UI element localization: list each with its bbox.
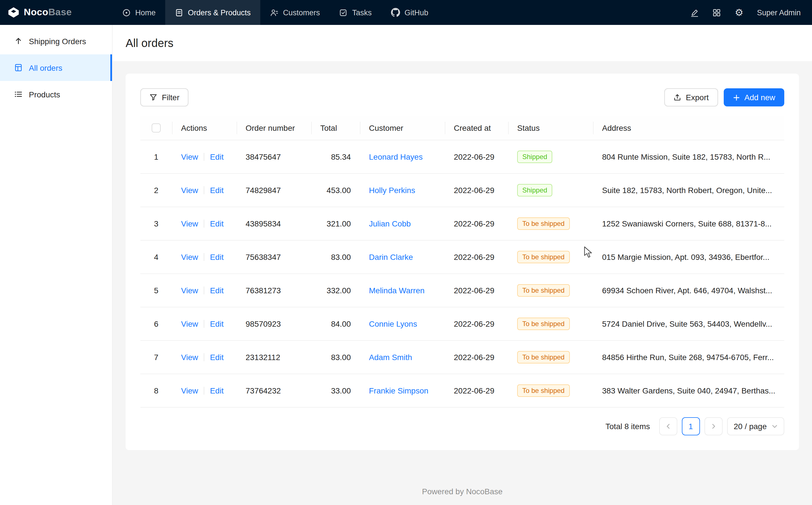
table-row: 4 View Edit 75638347 83.00 Darin Clarke …: [140, 240, 784, 274]
customer-link[interactable]: Melinda Warren: [369, 286, 425, 295]
all-orders-icon: [14, 63, 23, 72]
row-index: 4: [154, 253, 159, 262]
status-badge: To be shipped: [517, 285, 569, 297]
edit-link[interactable]: Edit: [210, 320, 224, 329]
customer-link[interactable]: Connie Lyons: [369, 320, 417, 329]
sidebar-item-products[interactable]: Products: [0, 81, 112, 108]
created-at-cell: 2022-06-29: [445, 174, 508, 207]
orders-table: Actions Order number Total Customer Crea…: [140, 116, 784, 408]
customers-icon: [270, 8, 278, 17]
view-link[interactable]: View: [181, 253, 198, 262]
sidebar-item-all-orders[interactable]: All orders: [0, 54, 112, 81]
brand[interactable]: NocoBase: [0, 0, 112, 25]
pagination-total: Total 8 items: [605, 422, 650, 431]
view-link[interactable]: View: [181, 219, 198, 228]
customer-link[interactable]: Adam Smith: [369, 353, 412, 362]
view-link[interactable]: View: [181, 153, 198, 162]
order-number-cell: 23132112: [237, 341, 311, 374]
customer-link[interactable]: Leonard Hayes: [369, 153, 423, 162]
view-link[interactable]: View: [181, 320, 198, 329]
brand-text-light: Base: [48, 7, 72, 18]
pagination-prev-button[interactable]: [659, 417, 677, 436]
total-cell: 453.00: [311, 174, 360, 207]
user-menu[interactable]: Super Admin: [757, 8, 801, 17]
chevron-right-icon: [711, 424, 716, 430]
nav-item-github[interactable]: GitHub: [381, 0, 438, 25]
nav-item-orders-products[interactable]: Orders & Products: [165, 0, 260, 25]
toolbar: Filter Export: [140, 88, 784, 107]
export-button[interactable]: Export: [664, 88, 718, 107]
customer-link[interactable]: Julian Cobb: [369, 219, 411, 228]
view-link[interactable]: View: [181, 353, 198, 362]
edit-link[interactable]: Edit: [210, 386, 224, 395]
action-divider: [204, 187, 204, 194]
customer-link[interactable]: Frankie Simpson: [369, 386, 428, 395]
ui-editor-icon[interactable]: [691, 8, 699, 17]
pagination-next-button[interactable]: [704, 417, 722, 436]
app-root: NocoBase Home Orders & Products Cust: [0, 0, 812, 505]
customer-link[interactable]: Darin Clarke: [369, 253, 413, 262]
column-header-customer: Customer: [360, 116, 445, 140]
total-cell: 321.00: [311, 207, 360, 240]
column-header-order-number: Order number: [237, 116, 311, 140]
created-at-cell: 2022-06-29: [445, 341, 508, 374]
view-link[interactable]: View: [181, 186, 198, 195]
total-cell: 332.00: [311, 274, 360, 307]
customer-link[interactable]: Holly Perkins: [369, 186, 415, 195]
home-icon: [122, 8, 131, 17]
row-index: 5: [154, 286, 159, 295]
edit-link[interactable]: Edit: [210, 253, 224, 262]
nav-item-label: Orders & Products: [188, 8, 251, 17]
address-cell: Suite 182, 15783, North Robert, Oregon, …: [593, 174, 784, 207]
row-index: 1: [154, 153, 159, 162]
view-link[interactable]: View: [181, 386, 198, 395]
edit-link[interactable]: Edit: [210, 153, 224, 162]
status-badge: To be shipped: [517, 351, 569, 364]
action-divider: [204, 387, 204, 395]
row-index: 8: [154, 386, 159, 395]
sidebar-item-shipping-orders[interactable]: Shipping Orders: [0, 28, 112, 54]
order-number-cell: 43895834: [237, 207, 311, 240]
column-header-address: Address: [593, 116, 784, 140]
order-number-cell: 75638347: [237, 240, 311, 274]
pagination-page-1[interactable]: 1: [682, 417, 700, 436]
status-badge: To be shipped: [517, 318, 569, 330]
table-row: 7 View Edit 23132112 83.00 Adam Smith 20…: [140, 341, 784, 374]
edit-link[interactable]: Edit: [210, 219, 224, 228]
total-cell: 83.00: [311, 240, 360, 274]
address-cell: 69934 Schoen River, Apt. 646, 49704, Wal…: [593, 274, 784, 307]
nav-item-home[interactable]: Home: [112, 0, 165, 25]
select-all-checkbox[interactable]: [152, 124, 161, 133]
sidebar-item-label: Products: [29, 90, 60, 99]
content-area: Filter Export: [112, 61, 812, 479]
github-icon: [391, 8, 400, 17]
table-row: 5 View Edit 76381273 332.00 Melinda Warr…: [140, 274, 784, 307]
created-at-cell: 2022-06-29: [445, 274, 508, 307]
nocobase-logo: [7, 6, 20, 19]
modules-icon[interactable]: [713, 8, 721, 17]
created-at-cell: 2022-06-29: [445, 240, 508, 274]
nav-item-customers[interactable]: Customers: [260, 0, 330, 25]
edit-link[interactable]: Edit: [210, 353, 224, 362]
add-new-button[interactable]: Add new: [724, 88, 784, 107]
table-row: 2 View Edit 74829847 453.00 Holly Perkin…: [140, 174, 784, 207]
sidebar: Shipping Orders All orders Products: [0, 25, 112, 505]
action-divider: [204, 220, 204, 228]
total-cell: 83.00: [311, 341, 360, 374]
edit-link[interactable]: Edit: [210, 186, 224, 195]
filter-button[interactable]: Filter: [140, 88, 189, 107]
column-header-created-at: Created at: [445, 116, 508, 140]
page-title: All orders: [125, 36, 174, 49]
nav-item-tasks[interactable]: Tasks: [330, 0, 381, 25]
row-index: 3: [154, 219, 159, 228]
page-header: All orders: [112, 25, 812, 61]
plus-icon: [733, 94, 740, 101]
edit-link[interactable]: Edit: [210, 286, 224, 295]
orders-card: Filter Export: [125, 73, 799, 450]
page-size-select[interactable]: 20 / page: [727, 417, 784, 436]
view-link[interactable]: View: [181, 286, 198, 295]
nav-item-label: Customers: [283, 8, 320, 17]
gear-icon[interactable]: ⚙: [735, 8, 744, 17]
address-cell: 383 Walter Gardens, Suite 040, 24947, Be…: [593, 374, 784, 407]
total-cell: 85.34: [311, 140, 360, 174]
